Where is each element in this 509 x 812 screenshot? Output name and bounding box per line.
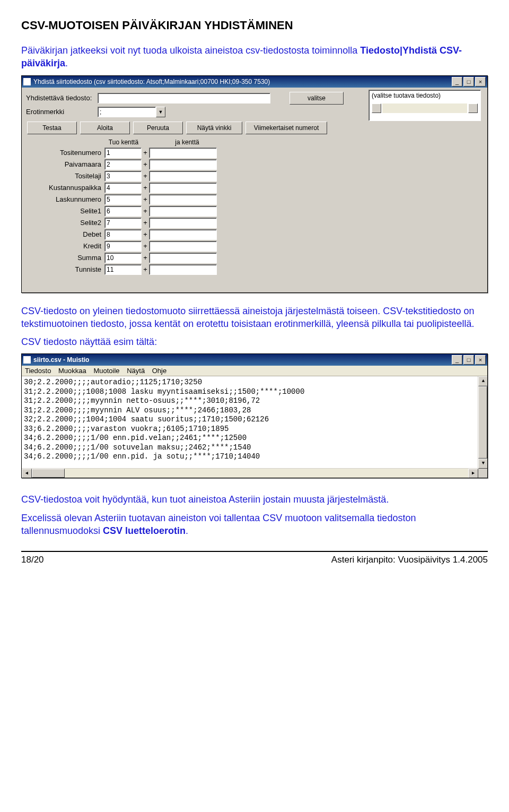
field-source-input[interactable]: 8 bbox=[104, 229, 142, 240]
scroll-track-h bbox=[65, 469, 468, 478]
plus-icon: + bbox=[142, 254, 149, 262]
notepad-menubar: Tiedosto Muokkaa Muotoile Näytä Ohje bbox=[22, 366, 487, 376]
field-row: Debet8+ bbox=[25, 229, 487, 240]
col-head-and: ja kenttä bbox=[155, 139, 219, 146]
field-and-input[interactable] bbox=[149, 253, 217, 263]
field-source-input[interactable]: 7 bbox=[104, 218, 142, 228]
notepad-title: siirto.csv - Muistio bbox=[33, 356, 452, 364]
field-source-input[interactable]: 4 bbox=[104, 183, 142, 193]
field-source-input[interactable]: 10 bbox=[104, 253, 142, 263]
np-minimize-button[interactable]: _ bbox=[452, 355, 462, 365]
field-and-input[interactable] bbox=[149, 159, 217, 170]
scroll-up-icon[interactable]: ▲ bbox=[478, 376, 487, 386]
close-button[interactable]: × bbox=[475, 77, 486, 87]
window-titlebar: Yhdistä siirtotiedosto (csv siirtotiedos… bbox=[22, 76, 487, 88]
field-source-input[interactable]: 5 bbox=[104, 194, 142, 205]
field-row: Summa10+ bbox=[25, 252, 487, 264]
scroll-left-icon[interactable]: ◄ bbox=[22, 469, 32, 478]
excel-paragraph: Excelissä olevan Asteriin tuotavan ainei… bbox=[21, 512, 488, 538]
field-source-input[interactable]: 2 bbox=[104, 159, 142, 170]
excel-bold: CSV luetteloerotin bbox=[103, 525, 186, 536]
plus-icon: + bbox=[142, 242, 149, 250]
maximize-button[interactable]: □ bbox=[463, 77, 474, 87]
scroll-down-icon[interactable]: ▼ bbox=[478, 459, 487, 469]
footer-text: Asteri kirjanpito: Vuosipäivitys 1.4.200… bbox=[331, 555, 488, 565]
plus-icon: + bbox=[142, 207, 149, 215]
field-row: Tunniste11+ bbox=[25, 264, 487, 275]
menu-view[interactable]: Näytä bbox=[127, 367, 145, 375]
plus-icon: + bbox=[142, 230, 149, 238]
field-row: Tositenumero1+ bbox=[25, 147, 487, 159]
hint-text: (valitse tuotava tiedosto) bbox=[372, 92, 441, 99]
scroll-left-icon[interactable] bbox=[372, 103, 381, 113]
field-source-input[interactable]: 3 bbox=[104, 171, 142, 182]
field-source-input[interactable]: 9 bbox=[104, 241, 142, 252]
merge-csv-window: Yhdistä siirtotiedosto (csv siirtotiedos… bbox=[21, 75, 488, 293]
footer-rule bbox=[21, 551, 488, 552]
plus-icon: + bbox=[142, 195, 149, 203]
scroll-thumb-v[interactable] bbox=[478, 386, 487, 459]
field-label: Tositenumero bbox=[25, 149, 104, 157]
cancel-button[interactable]: Peruuta bbox=[133, 122, 183, 134]
page-heading: CSV-MUOTOISEN PÄIVÄKIRJAN YHDISTÄMINEN bbox=[21, 19, 488, 32]
field-row: Paivamaara2+ bbox=[25, 159, 487, 170]
minimize-button[interactable]: _ bbox=[452, 77, 462, 87]
last-numbers-button[interactable]: Viimekertaiset numerot bbox=[245, 122, 327, 134]
field-row: Tositelaji3+ bbox=[25, 170, 487, 182]
field-and-input[interactable] bbox=[149, 218, 217, 228]
scroll-right-icon[interactable] bbox=[468, 103, 478, 113]
file-label: Yhdistettävä tiedosto: bbox=[26, 94, 98, 102]
show-hint-button[interactable]: Näytä vinkki bbox=[186, 122, 242, 134]
choose-file-button[interactable]: valitse bbox=[289, 92, 344, 105]
field-label: Kredit bbox=[25, 242, 104, 250]
np-maximize-button[interactable]: □ bbox=[463, 355, 474, 365]
plus-icon: + bbox=[142, 172, 149, 180]
field-label: Debet bbox=[25, 230, 104, 238]
dropdown-arrow-icon[interactable]: ▼ bbox=[156, 107, 165, 117]
field-row: Laskunnumero5+ bbox=[25, 194, 487, 205]
np-close-button[interactable]: × bbox=[475, 355, 486, 365]
field-and-input[interactable] bbox=[149, 148, 217, 158]
field-and-input[interactable] bbox=[149, 183, 217, 193]
menu-edit[interactable]: Muokkaa bbox=[58, 367, 86, 375]
start-button[interactable]: Aloita bbox=[80, 122, 130, 134]
page-number: 18/20 bbox=[21, 555, 44, 565]
window-title: Yhdistä siirtotiedosto (csv siirtotiedos… bbox=[33, 78, 452, 85]
scroll-thumb-h[interactable] bbox=[32, 469, 65, 478]
field-and-input[interactable] bbox=[149, 206, 217, 217]
csv-description-1: CSV-tiedosto on yleinen tiedostomuoto si… bbox=[21, 305, 488, 331]
field-label: Selite1 bbox=[25, 207, 104, 215]
app-icon bbox=[23, 78, 31, 85]
field-source-input[interactable]: 1 bbox=[104, 148, 142, 158]
field-row: Selite16+ bbox=[25, 205, 487, 217]
field-and-input[interactable] bbox=[149, 171, 217, 182]
notepad-textarea[interactable]: 30;2.2.2000;;;;autoradio;;1125;1710;3250… bbox=[22, 376, 487, 478]
field-source-input[interactable]: 6 bbox=[104, 206, 142, 217]
separator-select[interactable]: ; bbox=[98, 107, 156, 117]
field-label: Tunniste bbox=[25, 265, 104, 273]
scroll-right-icon[interactable]: ► bbox=[468, 469, 478, 478]
intro-text: Päiväkirjan jatkeeksi voit nyt tuoda ulk… bbox=[21, 45, 360, 56]
resize-corner[interactable] bbox=[478, 469, 487, 478]
field-row: Selite27+ bbox=[25, 217, 487, 229]
separator-label: Erotinmerkki bbox=[26, 108, 98, 116]
test-button[interactable]: Testaa bbox=[27, 122, 77, 134]
field-and-input[interactable] bbox=[149, 229, 217, 240]
field-and-input[interactable] bbox=[149, 194, 217, 205]
field-and-input[interactable] bbox=[149, 241, 217, 252]
usage-paragraph: CSV-tiedostoa voit hyödyntää, kun tuot a… bbox=[21, 493, 488, 506]
field-source-input[interactable]: 11 bbox=[104, 264, 142, 275]
plus-icon: + bbox=[142, 184, 149, 192]
intro-paragraph: Päiväkirjan jatkeeksi voit nyt tuoda ulk… bbox=[21, 44, 488, 70]
field-label: Paivamaara bbox=[25, 160, 104, 168]
plus-icon: + bbox=[142, 265, 149, 273]
menu-file[interactable]: Tiedosto bbox=[25, 367, 51, 375]
menu-help[interactable]: Ohje bbox=[152, 367, 166, 375]
field-label: Laskunnumero bbox=[25, 195, 104, 203]
menu-format[interactable]: Muotoile bbox=[93, 367, 119, 375]
hint-panel: (valitse tuotava tiedosto) bbox=[368, 90, 481, 121]
file-input[interactable] bbox=[98, 93, 270, 103]
field-row: Kredit9+ bbox=[25, 240, 487, 252]
excel-text-post: . bbox=[186, 525, 188, 536]
field-and-input[interactable] bbox=[149, 264, 217, 275]
